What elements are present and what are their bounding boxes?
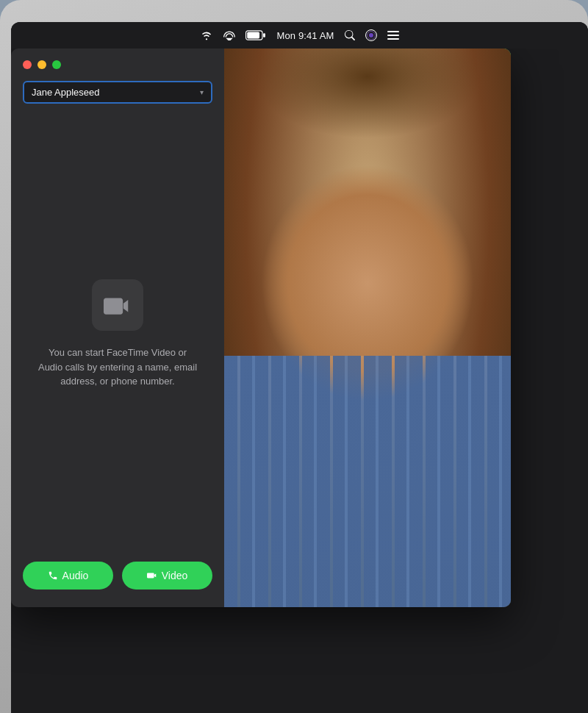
menu-list-icon[interactable] bbox=[387, 31, 399, 40]
contact-input[interactable]: Jane Appleseed ▾ bbox=[23, 81, 212, 104]
person-photo bbox=[224, 49, 511, 607]
battery-icon bbox=[245, 30, 266, 40]
chevron-down-icon: ▾ bbox=[200, 88, 204, 96]
video-button-label: Video bbox=[162, 570, 188, 581]
svg-rect-1 bbox=[264, 33, 266, 37]
svg-rect-2 bbox=[248, 32, 260, 39]
audio-call-button[interactable]: Audio bbox=[23, 562, 113, 590]
airplay-icon bbox=[223, 31, 235, 40]
siri-icon[interactable] bbox=[365, 29, 377, 41]
search-icon[interactable] bbox=[345, 30, 355, 40]
svg-rect-7 bbox=[387, 35, 399, 36]
wifi-icon bbox=[200, 30, 213, 40]
video-call-button[interactable]: Video bbox=[122, 562, 212, 590]
shirt-stripes bbox=[224, 356, 511, 607]
video-camera-icon bbox=[92, 279, 143, 331]
button-row: Audio Video bbox=[23, 550, 212, 595]
close-button[interactable] bbox=[23, 60, 32, 69]
menubar: Mon 9:41 AM bbox=[11, 22, 588, 49]
svg-point-4 bbox=[369, 33, 373, 37]
placeholder-area: You can start FaceTime Video or Audio ca… bbox=[23, 118, 212, 550]
macbook-frame: Mon 9:41 AM bbox=[0, 0, 588, 713]
svg-rect-8 bbox=[387, 38, 399, 40]
maximize-button[interactable] bbox=[52, 60, 61, 69]
placeholder-text: You can start FaceTime Video or Audio ca… bbox=[37, 345, 198, 389]
right-panel-photo bbox=[224, 49, 511, 607]
contact-name: Jane Appleseed bbox=[32, 87, 100, 98]
left-panel: Jane Appleseed ▾ You can start FaceTime … bbox=[11, 49, 224, 607]
svg-rect-6 bbox=[387, 31, 399, 32]
traffic-lights bbox=[23, 60, 212, 69]
minimize-button[interactable] bbox=[37, 60, 46, 69]
audio-button-label: Audio bbox=[62, 570, 89, 581]
screen: Mon 9:41 AM bbox=[11, 22, 588, 713]
menubar-time: Mon 9:41 AM bbox=[276, 30, 334, 41]
facetime-window: Jane Appleseed ▾ You can start FaceTime … bbox=[11, 49, 511, 607]
